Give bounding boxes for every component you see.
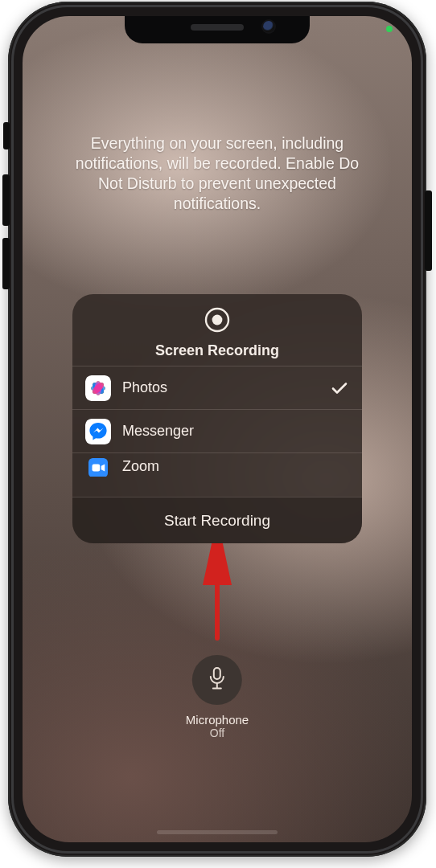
screen: Everything on your screen, including not… <box>23 16 412 842</box>
panel-header: Screen Recording <box>72 294 362 366</box>
app-row-label: Photos <box>122 379 319 396</box>
microphone-toggle-button[interactable] <box>192 655 242 705</box>
front-camera <box>263 21 274 32</box>
zoom-app-icon <box>85 458 111 477</box>
messenger-app-icon <box>85 419 111 444</box>
destination-app-list[interactable]: Photos Messenger <box>72 366 362 477</box>
app-row-zoom[interactable]: Zoom <box>72 452 362 477</box>
checkmark-icon <box>330 379 349 398</box>
start-recording-button[interactable]: Start Recording <box>72 497 362 543</box>
panel-title: Screen Recording <box>72 342 362 359</box>
notch <box>125 16 310 43</box>
volume-up-button <box>2 174 10 226</box>
microphone-icon <box>207 666 228 694</box>
volume-down-button <box>2 238 10 289</box>
side-button <box>425 190 432 271</box>
start-recording-label: Start Recording <box>164 512 270 530</box>
speaker-grille <box>191 24 244 31</box>
app-row-photos[interactable]: Photos <box>72 366 362 409</box>
app-row-messenger[interactable]: Messenger <box>72 409 362 452</box>
svg-point-1 <box>212 315 223 326</box>
ring-silent-switch <box>3 122 10 149</box>
svg-rect-15 <box>214 668 220 679</box>
photos-app-icon <box>85 375 111 401</box>
microphone-label: Microphone <box>186 713 249 727</box>
recording-indicator-dot-icon <box>386 26 393 32</box>
svg-rect-13 <box>93 465 101 472</box>
iphone-frame: Everything on your screen, including not… <box>8 2 426 857</box>
screen-recording-panel: Screen Recording <box>72 294 362 543</box>
app-row-label: Zoom <box>122 458 349 475</box>
microphone-control: Microphone Off <box>186 655 249 739</box>
app-row-label: Messenger <box>122 423 349 440</box>
home-indicator[interactable] <box>157 830 278 834</box>
record-icon <box>203 305 232 334</box>
microphone-state: Off <box>186 727 249 739</box>
annotation-arrow-icon <box>197 543 237 641</box>
screen-recording-helper-text: Everything on your screen, including not… <box>63 133 372 214</box>
